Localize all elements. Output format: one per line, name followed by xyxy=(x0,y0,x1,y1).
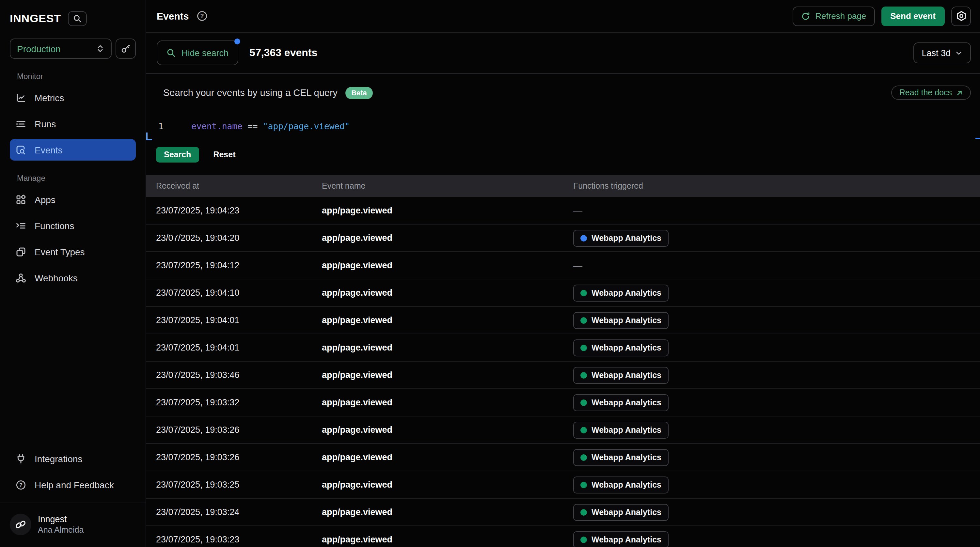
function-badge[interactable]: Webapp Analytics xyxy=(573,504,668,521)
svg-text:?: ? xyxy=(19,482,22,488)
table-row[interactable]: 23/07/2025, 19:04:20 app/page.viewed Web… xyxy=(146,224,980,252)
table-row[interactable]: 23/07/2025, 19:03:23 app/page.viewed Web… xyxy=(146,526,980,547)
refresh-icon xyxy=(801,11,810,21)
settings-button[interactable] xyxy=(951,6,971,26)
chevron-up-down-icon xyxy=(96,45,105,53)
functions-triggered-cell: Webapp Analytics xyxy=(573,449,980,466)
notification-dot xyxy=(234,38,240,45)
event-name-cell: app/page.viewed xyxy=(322,315,573,325)
functions-triggered-cell: Webapp Analytics xyxy=(573,504,980,521)
function-badge[interactable]: Webapp Analytics xyxy=(573,229,668,246)
function-badge[interactable]: Webapp Analytics xyxy=(573,284,668,301)
reset-button[interactable]: Reset xyxy=(213,150,235,159)
events-table-body: 23/07/2025, 19:04:23 app/page.viewed — 2… xyxy=(146,197,980,547)
sidebar-item-runs[interactable]: Runs xyxy=(10,113,136,134)
function-badge[interactable]: Webapp Analytics xyxy=(573,394,668,411)
received-at-cell: 23/07/2025, 19:03:46 xyxy=(156,370,322,380)
read-docs-label: Read the docs xyxy=(899,88,952,97)
received-at-cell: 23/07/2025, 19:03:24 xyxy=(156,507,322,517)
plug-icon xyxy=(16,453,26,464)
function-badge[interactable]: Webapp Analytics xyxy=(573,449,668,466)
function-name: Webapp Analytics xyxy=(592,535,661,544)
sidebar-section-monitor: Monitor xyxy=(17,72,136,81)
code-token-op: == xyxy=(243,121,263,131)
read-docs-button[interactable]: Read the docs xyxy=(891,86,971,100)
runs-icon xyxy=(16,118,26,129)
help-icon[interactable]: ? xyxy=(197,10,208,22)
sidebar-item-label: Events xyxy=(35,145,63,155)
function-status-dot xyxy=(581,509,587,515)
function-badge[interactable]: Webapp Analytics xyxy=(573,476,668,493)
sidebar-item-events[interactable]: Events xyxy=(10,139,136,161)
functions-triggered-cell: — xyxy=(573,260,980,270)
sidebar-item-metrics[interactable]: Metrics xyxy=(10,87,136,108)
function-badge[interactable]: Webapp Analytics xyxy=(573,339,668,356)
received-at-cell: 23/07/2025, 19:04:01 xyxy=(156,343,322,353)
sidebar-item-event-types[interactable]: Event Types xyxy=(10,241,136,262)
table-row[interactable]: 23/07/2025, 19:03:32 app/page.viewed Web… xyxy=(146,389,980,417)
event-name-cell: app/page.viewed xyxy=(322,452,573,462)
table-row[interactable]: 23/07/2025, 19:04:12 app/page.viewed — xyxy=(146,252,980,279)
sidebar-item-label: Metrics xyxy=(35,92,64,103)
function-status-dot xyxy=(581,317,587,323)
question-circle-icon: ? xyxy=(16,479,26,490)
refresh-page-button[interactable]: Refresh page xyxy=(792,6,875,26)
function-status-dot xyxy=(581,344,587,351)
received-at-cell: 23/07/2025, 19:04:01 xyxy=(156,315,322,325)
user-name: Ana Almeida xyxy=(38,525,84,534)
table-row[interactable]: 23/07/2025, 19:03:26 app/page.viewed Web… xyxy=(146,417,980,444)
search-button[interactable]: Search xyxy=(156,147,199,162)
time-range-button[interactable]: Last 3d xyxy=(913,43,971,63)
time-range-label: Last 3d xyxy=(921,48,951,58)
event-name-cell: app/page.viewed xyxy=(322,398,573,407)
sidebar-item-label: Event Types xyxy=(35,246,85,257)
function-badge[interactable]: Webapp Analytics xyxy=(573,421,668,438)
sidebar-item-apps[interactable]: Apps xyxy=(10,189,136,210)
search-icon xyxy=(73,14,82,23)
cel-query-editor[interactable]: 1 event.name == "app/page.viewed" xyxy=(146,119,980,132)
org-name: Inngest xyxy=(38,514,84,524)
function-status-dot xyxy=(581,426,587,433)
event-keys-button[interactable] xyxy=(116,38,136,59)
table-row[interactable]: 23/07/2025, 19:03:26 app/page.viewed Web… xyxy=(146,444,980,471)
function-badge[interactable]: Webapp Analytics xyxy=(573,531,668,547)
global-search-button[interactable] xyxy=(68,11,87,26)
table-row[interactable]: 23/07/2025, 19:03:46 app/page.viewed Web… xyxy=(146,362,980,389)
inngest-mark-icon xyxy=(15,519,26,530)
table-row[interactable]: 23/07/2025, 19:04:23 app/page.viewed — xyxy=(146,197,980,224)
function-status-dot xyxy=(581,399,587,405)
svg-text:?: ? xyxy=(200,13,204,19)
functions-triggered-cell: Webapp Analytics xyxy=(573,284,980,301)
table-row[interactable]: 23/07/2025, 19:04:01 app/page.viewed Web… xyxy=(146,334,980,362)
table-row[interactable]: 23/07/2025, 19:03:24 app/page.viewed Web… xyxy=(146,499,980,526)
hide-search-button[interactable]: Hide search xyxy=(157,40,238,65)
functions-triggered-cell: Webapp Analytics xyxy=(573,229,980,246)
table-row[interactable]: 23/07/2025, 19:04:10 app/page.viewed Web… xyxy=(146,279,980,307)
page-header: Events ? Refresh page Send event xyxy=(146,0,980,33)
environment-label: Production xyxy=(17,43,96,54)
received-at-cell: 23/07/2025, 19:03:26 xyxy=(156,425,322,435)
sidebar-item-webhooks[interactable]: Webhooks xyxy=(10,267,136,288)
sidebar: INNGEST Production xyxy=(0,0,146,547)
event-name-cell: app/page.viewed xyxy=(322,425,573,435)
column-received-at: Received at xyxy=(156,181,322,191)
main-content: Events ? Refresh page Send event xyxy=(146,0,980,547)
sidebar-item-label: Apps xyxy=(35,194,56,205)
events-toolbar: Hide search 57,363 events Last 3d xyxy=(146,33,980,74)
event-name-cell: app/page.viewed xyxy=(322,370,573,380)
search-icon xyxy=(167,48,176,57)
editor-overview-ruler-mark xyxy=(975,138,980,139)
function-badge[interactable]: Webapp Analytics xyxy=(573,367,668,383)
table-row[interactable]: 23/07/2025, 19:04:01 app/page.viewed Web… xyxy=(146,307,980,334)
sidebar-item-functions[interactable]: Functions xyxy=(10,215,136,236)
sidebar-item-integrations[interactable]: Integrations xyxy=(10,448,136,469)
send-event-button[interactable]: Send event xyxy=(881,6,945,26)
sidebar-item-label: Webhooks xyxy=(35,272,78,283)
environment-select[interactable]: Production xyxy=(10,38,111,59)
profile-menu[interactable]: Inngest Ana Almeida xyxy=(10,503,136,547)
sidebar-item-label: Functions xyxy=(35,220,74,231)
sidebar-item-help[interactable]: ? Help and Feedback xyxy=(10,474,136,495)
function-name: Webapp Analytics xyxy=(592,398,661,407)
function-badge[interactable]: Webapp Analytics xyxy=(573,312,668,329)
table-row[interactable]: 23/07/2025, 19:03:25 app/page.viewed Web… xyxy=(146,471,980,499)
